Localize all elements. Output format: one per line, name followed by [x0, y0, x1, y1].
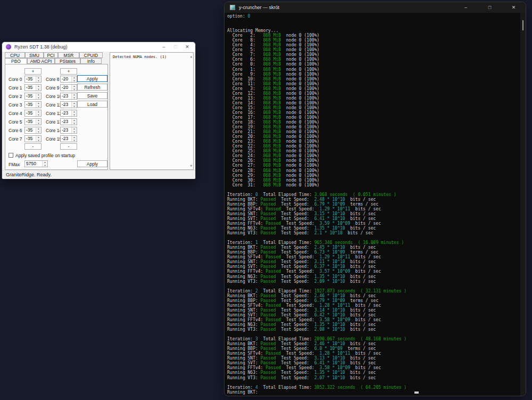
terminal-scrollbar-thumb[interactable] — [522, 20, 523, 30]
save-button[interactable]: Save — [77, 92, 107, 99]
close-icon[interactable]: ✕ — [181, 42, 193, 52]
console-line: option: 0 — [227, 14, 519, 19]
terminal-titlebar[interactable]: y-cruncher — skrót – □ ✕ — [225, 2, 526, 13]
console-line: Core 11: 868 MiB node 0 (100%) — [227, 81, 519, 86]
core-4-offset-spinner-value[interactable]: -35 — [25, 110, 36, 116]
core-5-offset-spinner-value[interactable]: -35 — [25, 119, 36, 125]
spinner-down-icon[interactable]: ▼ — [36, 88, 41, 91]
core-9-offset-spinner-value[interactable]: -20 — [61, 85, 71, 91]
core-2-offset-spinner-value[interactable]: -35 — [25, 93, 36, 99]
spinner-down-icon[interactable]: ▼ — [72, 96, 77, 100]
terminal-window-title: y-cruncher — skrót — [239, 5, 279, 10]
spinner-down-icon[interactable]: ▼ — [36, 96, 41, 100]
console-line: Running FFTv4: Passed Test Speed: 3.58 *… — [227, 317, 519, 322]
console-line: Core 30: 868 MiB node 0 (100%) — [227, 178, 519, 183]
minimize-icon[interactable]: – — [158, 42, 170, 52]
core-3-offset-spinner-value[interactable]: -35 — [25, 102, 36, 108]
core-9-offset-spinner: -20▲▼ — [60, 84, 77, 91]
console-line: Running SVT: Passed Test Speed: 6.42 * 1… — [227, 313, 519, 317]
numa-log-panel[interactable]: Detected NUMA nodes. (1) ▲ ▼ — [110, 52, 194, 170]
ryzen-titlebar[interactable]: Ryzen SDT 1.38 (debug) – □ ✕ — [2, 42, 195, 52]
core-12-offset-spinner-value[interactable]: -23 — [61, 110, 71, 116]
close-icon[interactable]: ✕ — [502, 2, 526, 13]
increment-all-left-button[interactable]: + — [24, 68, 41, 75]
core-15-offset-spinner: -23▲▼ — [60, 135, 77, 142]
scroll-down-icon[interactable]: ▼ — [190, 164, 192, 167]
spinner-down-icon[interactable]: ▼ — [72, 113, 77, 117]
minimize-icon[interactable]: – — [454, 2, 478, 13]
core-10-offset-spinner: -23▲▼ — [60, 93, 77, 100]
maximize-icon[interactable]: □ — [478, 2, 502, 13]
core-15-offset-spinner-value[interactable]: -23 — [61, 136, 71, 142]
core-7-offset-spinner: -35▲▼ — [24, 135, 41, 142]
console-line: Core 14: 868 MiB node 0 (100%) — [227, 101, 519, 105]
core-7-offset-spinner-value[interactable]: -35 — [25, 136, 36, 142]
tab-msr[interactable]: MSR — [58, 52, 79, 58]
decrement-all-right-button[interactable]: - — [60, 143, 77, 150]
console-line: Running BBP: Passed Test Speed: 6.8 * 10… — [227, 346, 519, 351]
core-11-offset-spinner-value[interactable]: -23 — [61, 102, 71, 108]
spinner-down-icon[interactable]: ▼ — [43, 164, 47, 167]
load-button[interactable]: Load — [77, 101, 107, 108]
tab-cpuid[interactable]: CPUID — [79, 52, 103, 58]
core-13-offset-spinner-value[interactable]: -23 — [61, 119, 71, 125]
scroll-up-icon[interactable]: ▲ — [190, 55, 192, 58]
core-8-offset-spinner-value[interactable]: -20 — [61, 76, 71, 82]
console-line: Core 1: 868 MiB node 0 (100%) — [227, 67, 519, 72]
core-1-offset-spinner-value[interactable]: -35 — [25, 85, 36, 91]
core-label: Core 2 — [9, 94, 22, 99]
spinner-down-icon[interactable]: ▼ — [72, 79, 77, 83]
core-label: Core 8 — [46, 77, 60, 82]
console-line: Core 13: 868 MiB node 0 (100%) — [227, 96, 519, 101]
spinner-down-icon[interactable]: ▼ — [36, 130, 41, 134]
console-line: Core 6: 868 MiB node 0 (100%) — [227, 57, 519, 62]
console-line: Running BKT: Passed Test Speed: 2.45 * 1… — [227, 245, 519, 250]
tab-cpu[interactable]: CPU — [5, 52, 25, 58]
core-0-offset-spinner-value[interactable]: -35 — [25, 76, 36, 82]
spinner-down-icon[interactable]: ▼ — [72, 105, 77, 108]
core-5-offset-spinner: -35▲▼ — [24, 118, 41, 125]
spinner-down-icon[interactable]: ▼ — [72, 88, 77, 91]
terminal-body[interactable]: option: 0Allocating Memory... Core 2: 86… — [227, 14, 519, 395]
pbo-tab-page: + + - - Apply saved profile on startup F… — [5, 64, 108, 170]
tab-pstates[interactable]: PStates — [55, 58, 80, 64]
core-label: Core 15 — [46, 136, 62, 142]
startup-checkbox[interactable] — [9, 153, 13, 158]
console-line: Running VT3: Passed Test Speed: 2.07 * 1… — [227, 375, 519, 380]
apply-button[interactable]: Apply — [77, 75, 107, 82]
core-6-offset-spinner-value[interactable]: -35 — [25, 127, 36, 133]
core-10-offset-spinner-value[interactable]: -23 — [61, 93, 71, 99]
status-bar: GraniteRidge. Ready. — [2, 170, 195, 179]
core-label: Core 6 — [9, 128, 22, 133]
spinner-down-icon[interactable]: ▼ — [36, 79, 41, 83]
console-line: Running FFTv4: Passed Test Speed: 3.57 *… — [227, 269, 519, 274]
console-line: Running FFTv4: Passed Test Speed: 3.59 *… — [227, 221, 519, 226]
spinner-down-icon[interactable]: ▼ — [36, 105, 41, 108]
tab-amd-acpi[interactable]: AMD ACPI — [27, 58, 55, 64]
console-line: Running SFTv4: Passed Test Speed: 1.28 *… — [227, 303, 519, 308]
spinner-down-icon[interactable]: ▼ — [36, 113, 41, 117]
console-line: Core 5: 868 MiB node 0 (100%) — [227, 47, 519, 52]
fmax-spinner-value[interactable]: 5750 — [25, 161, 42, 167]
decrement-all-left-button[interactable]: - — [24, 143, 41, 150]
tab-smu[interactable]: SMU — [25, 52, 44, 58]
fmax-apply-button[interactable]: Apply — [77, 160, 107, 167]
tab-pci[interactable]: PCI — [44, 52, 58, 58]
console-line: Running BBP: Passed Test Speed: 6.79 * 1… — [227, 202, 519, 207]
spinner-down-icon[interactable]: ▼ — [72, 139, 77, 142]
core-14-offset-spinner-value[interactable]: -23 — [61, 127, 71, 133]
increment-all-right-button[interactable]: + — [60, 68, 77, 75]
core-label: Core 9 — [46, 85, 60, 91]
refresh-button[interactable]: Refresh — [77, 84, 107, 91]
spinner-down-icon[interactable]: ▼ — [36, 122, 41, 125]
spinner-down-icon[interactable]: ▼ — [72, 130, 77, 134]
spinner-down-icon[interactable]: ▼ — [36, 139, 41, 142]
console-line: Core 24: 868 MiB node 0 (100%) — [227, 153, 519, 158]
console-line: Core 21: 868 MiB node 0 (100%) — [227, 129, 519, 134]
spinner-down-icon[interactable]: ▼ — [72, 122, 77, 125]
console-line: Core 25: 868 MiB node 0 (100%) — [227, 149, 519, 153]
console-line: Iteration: 0 Total Elapsed Time: 3.068 s… — [227, 192, 519, 197]
core-13-offset-spinner: -23▲▼ — [60, 118, 77, 125]
tab-info[interactable]: Info — [80, 58, 102, 64]
terminal-scrollbar[interactable] — [520, 13, 526, 396]
